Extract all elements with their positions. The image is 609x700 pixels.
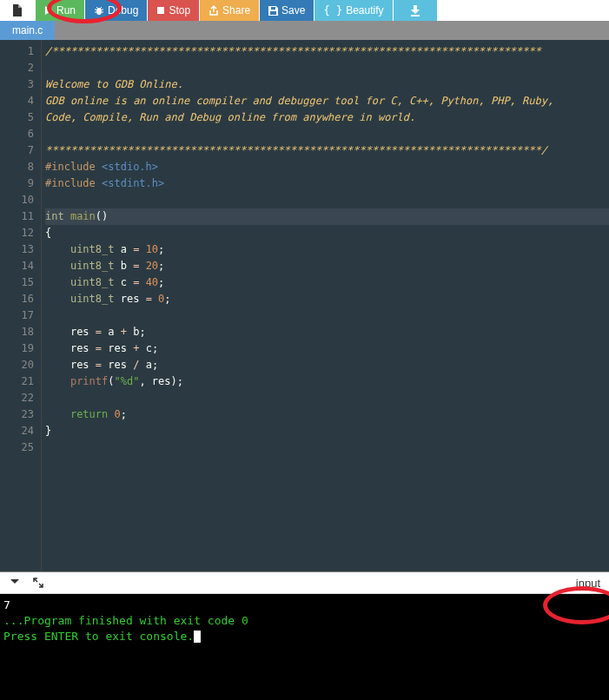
stop-label: Stop bbox=[169, 4, 190, 17]
stop-icon bbox=[156, 6, 165, 15]
line-number: 1 bbox=[0, 43, 41, 60]
tab-label: main.c bbox=[12, 24, 43, 36]
comment-line: Welcome to GDB Online. bbox=[45, 78, 183, 90]
share-button[interactable]: Share bbox=[200, 0, 259, 21]
svg-rect-3 bbox=[271, 7, 275, 10]
toolbar: Run Debug Stop Share Save { } Beautify bbox=[0, 0, 609, 21]
line-number: 8 bbox=[0, 159, 41, 175]
share-label: Share bbox=[222, 4, 250, 17]
svg-rect-4 bbox=[411, 15, 420, 17]
input-tab-label[interactable]: input bbox=[576, 577, 600, 590]
comment-line: GDB online is an online compiler and deb… bbox=[45, 95, 553, 107]
share-icon bbox=[209, 5, 219, 16]
code-line bbox=[45, 192, 609, 208]
console-line: 7 bbox=[3, 598, 606, 613]
line-number: 11 bbox=[0, 208, 41, 225]
run-button[interactable]: Run bbox=[36, 0, 84, 21]
line-number: 10 bbox=[0, 192, 41, 208]
line-number: 25 bbox=[0, 439, 41, 456]
line-number: 22 bbox=[0, 390, 41, 406]
comment-line: /***************************************… bbox=[45, 45, 541, 57]
code-line: } bbox=[45, 423, 609, 439]
braces-icon: { } bbox=[323, 4, 342, 17]
new-file-button[interactable] bbox=[0, 0, 35, 21]
svg-rect-2 bbox=[270, 11, 276, 15]
line-number: 7 bbox=[0, 142, 41, 159]
download-icon bbox=[409, 4, 421, 17]
line-number: 17 bbox=[0, 307, 41, 324]
include-header: <stdio.h> bbox=[96, 161, 158, 173]
line-number: 23 bbox=[0, 406, 41, 423]
play-icon bbox=[44, 6, 53, 15]
console-line: ...Program finished with exit code 0 bbox=[3, 613, 606, 629]
line-number: 16 bbox=[0, 291, 41, 307]
save-label: Save bbox=[281, 4, 305, 17]
code-line bbox=[45, 439, 609, 456]
line-number: 9 bbox=[0, 175, 41, 192]
console-toolbar: input bbox=[0, 571, 609, 594]
run-label: Run bbox=[56, 4, 76, 17]
line-number: 18 bbox=[0, 324, 41, 340]
line-number: 3 bbox=[0, 76, 41, 93]
console-output[interactable]: 7 ...Program finished with exit code 0 P… bbox=[0, 594, 609, 700]
comment-line: ****************************************… bbox=[45, 144, 547, 156]
code-line: res = res / a; bbox=[45, 357, 609, 373]
console-line: Press ENTER to exit console. bbox=[3, 629, 606, 644]
line-number: 19 bbox=[0, 340, 41, 357]
svg-rect-1 bbox=[157, 7, 164, 14]
line-number: 5 bbox=[0, 109, 41, 126]
download-button[interactable] bbox=[394, 0, 437, 21]
code-line: printf("%d", res); bbox=[45, 373, 609, 390]
debug-label: Debug bbox=[108, 4, 138, 17]
code-line: int main() bbox=[45, 208, 609, 225]
beautify-label: Beautify bbox=[346, 4, 383, 17]
cursor-icon bbox=[194, 631, 201, 643]
expand-icon[interactable] bbox=[33, 578, 43, 588]
code-line: uint8_t res = 0; bbox=[45, 291, 609, 307]
include-kw: #include bbox=[45, 177, 96, 189]
debug-button[interactable]: Debug bbox=[85, 0, 147, 21]
line-number: 21 bbox=[0, 373, 41, 390]
code-line: res = a + b; bbox=[45, 324, 609, 340]
line-number: 14 bbox=[0, 258, 41, 274]
code-line: { bbox=[45, 225, 609, 241]
code-line: uint8_t c = 40; bbox=[45, 274, 609, 291]
stop-button[interactable]: Stop bbox=[148, 0, 199, 21]
svg-point-0 bbox=[96, 8, 102, 15]
code-line: uint8_t b = 20; bbox=[45, 258, 609, 274]
code-line bbox=[45, 390, 609, 406]
code-line bbox=[45, 307, 609, 324]
tab-bar: main.c bbox=[0, 21, 609, 40]
line-number: 20 bbox=[0, 357, 41, 373]
line-number: 4 bbox=[0, 93, 41, 109]
line-number: 2 bbox=[0, 60, 41, 76]
file-icon bbox=[12, 4, 23, 17]
line-number: 6 bbox=[0, 126, 41, 142]
comment-line: Code, Compile, Run and Debug online from… bbox=[45, 111, 415, 123]
code-line: return 0; bbox=[45, 406, 609, 423]
line-number: 12 bbox=[0, 225, 41, 241]
line-gutter: 1234567891011121314151617181920212223242… bbox=[0, 40, 42, 571]
code-area[interactable]: /***************************************… bbox=[42, 40, 609, 571]
include-header: <stdint.h> bbox=[96, 177, 164, 189]
line-number: 13 bbox=[0, 241, 41, 258]
bug-icon bbox=[94, 5, 104, 16]
editor[interactable]: 1234567891011121314151617181920212223242… bbox=[0, 40, 609, 571]
tab-main-c[interactable]: main.c bbox=[0, 21, 55, 40]
code-line: res = res + c; bbox=[45, 340, 609, 357]
line-number: 24 bbox=[0, 423, 41, 439]
save-icon bbox=[268, 6, 278, 16]
line-number: 15 bbox=[0, 274, 41, 291]
save-button[interactable]: Save bbox=[260, 0, 314, 21]
beautify-button[interactable]: { } Beautify bbox=[314, 0, 392, 21]
include-kw: #include bbox=[45, 161, 96, 173]
chevron-down-icon[interactable] bbox=[9, 578, 21, 588]
code-line: uint8_t a = 10; bbox=[45, 241, 609, 258]
